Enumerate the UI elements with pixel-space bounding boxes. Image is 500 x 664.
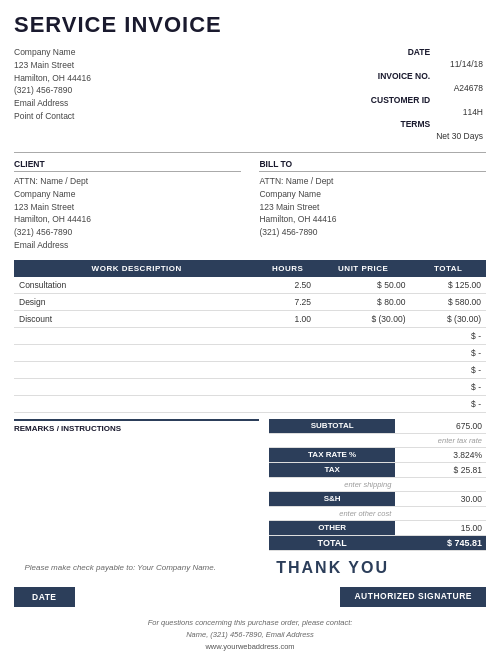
client-phone: (321) 456-7890 <box>14 226 241 239</box>
row-total: $ (30.00) <box>410 310 486 327</box>
taxrate-label: TAX RATE % <box>269 447 396 462</box>
table-row: Discount 1.00 $ (30.00) $ (30.00) <box>14 310 486 327</box>
client-address1: 123 Main Street <box>14 201 241 214</box>
sig-box: AUTHORIZED SIGNATURE <box>340 587 486 607</box>
other-label: OTHER <box>269 520 396 535</box>
client-name: Company Name <box>14 188 241 201</box>
company-name: Company Name <box>14 46 91 59</box>
row-price <box>316 344 410 361</box>
table-row: $ - <box>14 361 486 378</box>
client-block: CLIENT ATTN: Name / Dept Company Name 12… <box>14 159 241 252</box>
date-label: DATE <box>368 46 433 58</box>
other-enter: enter other cost <box>339 509 391 518</box>
row-hours: 2.50 <box>259 277 316 294</box>
row-hours <box>259 327 316 344</box>
invoice-meta: DATE 11/14/18 INVOICE NO. A24678 CUSTOME… <box>368 46 486 142</box>
invoice-title: SERVICE INVOICE <box>14 12 486 38</box>
billto-address1: 123 Main Street <box>259 201 486 214</box>
work-table: WORK DESCRIPTION HOURS UNIT PRICE TOTAL … <box>14 260 486 413</box>
terms-label: TERMS <box>368 118 433 130</box>
row-hours <box>259 395 316 412</box>
company-address2: Hamilton, OH 44416 <box>14 72 91 85</box>
row-hours: 7.25 <box>259 293 316 310</box>
footer: For questions concerning this purchase o… <box>14 617 486 653</box>
subtotal-value: 675.00 <box>395 419 486 434</box>
taxrate-enter: enter tax rate <box>438 436 482 445</box>
customer-label: CUSTOMER ID <box>368 94 433 106</box>
invoice-label: INVOICE NO. <box>368 70 433 82</box>
date-value: 11/14/18 <box>433 58 486 70</box>
billto-phone: (321) 456-7890 <box>259 226 486 239</box>
table-row: $ - <box>14 327 486 344</box>
thank-you-text: THANK YOU <box>276 559 389 577</box>
terms-value: Net 30 Days <box>433 130 486 142</box>
footer-website: www.yourwebaddress.com <box>14 641 486 653</box>
totals-table: SUBTOTAL 675.00 enter tax rate TAX RATE … <box>269 419 486 551</box>
row-hours <box>259 344 316 361</box>
company-address1: 123 Main Street <box>14 59 91 72</box>
row-desc <box>14 395 259 412</box>
billto-attn: ATTN: Name / Dept <box>259 175 486 188</box>
client-attn: ATTN: Name / Dept <box>14 175 241 188</box>
col-price: UNIT PRICE <box>316 260 410 277</box>
footer-line1: For questions concerning this purchase o… <box>14 617 486 629</box>
row-desc: Design <box>14 293 259 310</box>
row-hours: 1.00 <box>259 310 316 327</box>
row-hours <box>259 361 316 378</box>
sh-label: S&H <box>269 491 396 506</box>
client-email: Email Address <box>14 239 241 252</box>
row-hours <box>259 378 316 395</box>
row-desc: Consultation <box>14 277 259 294</box>
company-info: Company Name 123 Main Street Hamilton, O… <box>14 46 91 142</box>
billto-block: BILL TO ATTN: Name / Dept Company Name 1… <box>259 159 486 252</box>
billto-label: BILL TO <box>259 159 486 172</box>
client-address2: Hamilton, OH 44416 <box>14 213 241 226</box>
row-total: $ 580.00 <box>410 293 486 310</box>
col-desc: WORK DESCRIPTION <box>14 260 259 277</box>
company-email: Email Address <box>14 97 91 110</box>
row-price <box>316 327 410 344</box>
row-total: $ - <box>410 361 486 378</box>
sh-value: 30.00 <box>395 491 486 506</box>
total-value: $ 745.81 <box>395 535 486 550</box>
sig-label: AUTHORIZED SIGNATURE <box>354 591 472 601</box>
row-desc: Discount <box>14 310 259 327</box>
table-row: $ - <box>14 344 486 361</box>
other-value: 15.00 <box>395 520 486 535</box>
row-price: $ (30.00) <box>316 310 410 327</box>
subtotal-label: SUBTOTAL <box>269 419 396 434</box>
table-row: $ - <box>14 378 486 395</box>
row-total: $ - <box>410 327 486 344</box>
table-row: Design 7.25 $ 80.00 $ 580.00 <box>14 293 486 310</box>
billto-address2: Hamilton, OH 44416 <box>259 213 486 226</box>
row-desc <box>14 378 259 395</box>
footer-line2: Name, (321) 456-7890, Email Address <box>14 629 486 641</box>
row-desc <box>14 344 259 361</box>
sh-enter: enter shipping <box>344 480 391 489</box>
taxrate-value: 3.824% <box>395 447 486 462</box>
customer-value: 114H <box>433 106 486 118</box>
row-price <box>316 395 410 412</box>
date-box: DATE <box>14 587 75 607</box>
remarks-label: REMARKS / INSTRUCTIONS <box>14 419 259 433</box>
col-hours: HOURS <box>259 260 316 277</box>
company-phone: (321) 456-7890 <box>14 84 91 97</box>
tax-label: TAX <box>269 462 396 477</box>
row-desc <box>14 327 259 344</box>
row-price: $ 50.00 <box>316 277 410 294</box>
invoice-value: A24678 <box>433 82 486 94</box>
col-total: TOTAL <box>410 260 486 277</box>
table-row: $ - <box>14 395 486 412</box>
remarks-section: REMARKS / INSTRUCTIONS <box>14 419 259 551</box>
row-price <box>316 378 410 395</box>
row-total: $ 125.00 <box>410 277 486 294</box>
row-total: $ - <box>410 344 486 361</box>
company-contact: Point of Contact <box>14 110 91 123</box>
row-total: $ - <box>410 395 486 412</box>
row-price: $ 80.00 <box>316 293 410 310</box>
billto-name: Company Name <box>259 188 486 201</box>
row-price <box>316 361 410 378</box>
table-row: Consultation 2.50 $ 50.00 $ 125.00 <box>14 277 486 294</box>
client-label: CLIENT <box>14 159 241 172</box>
payable-note: Please make check payable to: Your Compa… <box>14 563 226 572</box>
